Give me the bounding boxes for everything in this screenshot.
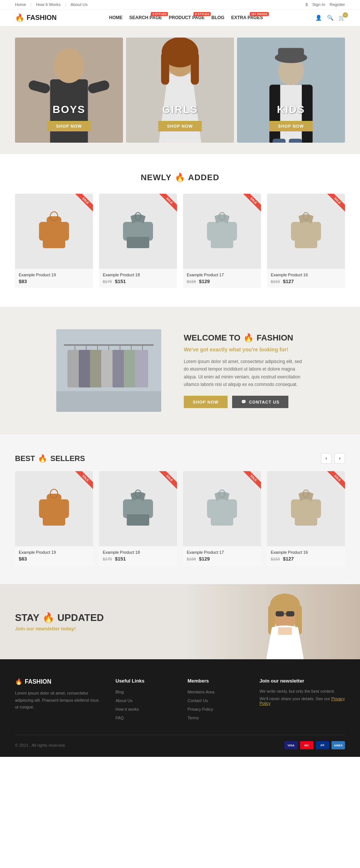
footer-newsletter-text: We write rarely, but only the best conte…	[260, 689, 345, 693]
welcome-contact-btn[interactable]: 💬 CONTACT US	[232, 396, 288, 408]
svg-rect-20	[273, 139, 286, 143]
visa-icon: VISA	[284, 741, 298, 749]
svg-rect-56	[56, 391, 161, 412]
footer-link-blog[interactable]: Blog	[116, 689, 172, 695]
stay-person	[248, 584, 322, 659]
sale-ribbon-18: SALE	[159, 194, 177, 212]
footer-newsletter-heading: Join our newsletter	[260, 678, 345, 684]
bs-product-card-18[interactable]: SALE Example Product 18 $179 $151	[99, 471, 177, 565]
sign-in-link[interactable]: Sign In	[312, 2, 325, 7]
bs-price-old-16: $163	[271, 557, 280, 561]
topbar-home[interactable]: Home	[15, 2, 26, 7]
bs-price-old-17: $168	[187, 557, 196, 561]
footer-members-list: Members Area Contact Us Privacy Policy T…	[188, 689, 244, 720]
user-icon[interactable]: 👤	[315, 15, 322, 21]
footer-link-about[interactable]: About Us	[116, 698, 172, 703]
paypal-icon: PP	[316, 741, 329, 749]
footer-useful-links-col: Useful Links Blog About Us How it works …	[116, 678, 172, 723]
logo-text: FASHION	[27, 14, 57, 22]
amex-icon: AMEX	[332, 741, 345, 749]
hero-girls-content: GIRLS SHOP NOW	[158, 104, 202, 131]
search-icon[interactable]: 🔍	[327, 15, 333, 21]
price-new-16: $127	[283, 279, 294, 284]
product-card-19[interactable]: SALE Example Product 19 $83	[15, 194, 93, 288]
price-new-18: $151	[115, 279, 126, 284]
footer-grid: 🔥 FASHION Lorem ipsum dolor sit amet, co…	[15, 678, 345, 723]
sale-ribbon-17: SALE	[243, 194, 261, 212]
extra-pages-badge: 10+ PAGES	[250, 12, 269, 16]
svg-rect-49	[68, 350, 81, 387]
product-img-17: SALE	[183, 194, 261, 269]
bs-product-img-16: SALE	[267, 471, 345, 546]
next-arrow[interactable]: ›	[334, 453, 345, 464]
topbar-about-us[interactable]: About Us	[70, 2, 87, 7]
footer-link-members-area[interactable]: Members Area	[188, 689, 244, 695]
hero-girls-btn[interactable]: SHOP NOW	[158, 121, 202, 131]
nav-home[interactable]: HOME	[109, 15, 123, 20]
svg-rect-21	[289, 139, 302, 143]
bs-product-card-19[interactable]: SALE Example Product 19 $83	[15, 471, 93, 565]
bs-price-old-18: $179	[103, 557, 112, 561]
footer-newsletter-col: Join our newsletter We write rarely, but…	[260, 678, 345, 723]
bs-product-price-17: $168 $129	[187, 556, 257, 562]
svg-rect-31	[127, 237, 149, 248]
svg-rect-66	[127, 514, 149, 526]
svg-rect-50	[79, 350, 92, 387]
bs-product-card-16[interactable]: SALE Example Product 16 $163 $127	[267, 471, 345, 565]
footer-link-faq[interactable]: FAQ	[116, 715, 172, 720]
nav-blog[interactable]: BLOG	[212, 15, 225, 20]
footer: 🔥 FASHION Lorem ipsum dolor sit amet, co…	[0, 659, 360, 757]
svg-point-2	[54, 48, 84, 83]
product-card-17[interactable]: SALE Example Product 17 $168 $129	[183, 194, 261, 288]
main-nav: HOME SEARCH PAGE 3 STYLES PRODUCT PAGE 8…	[109, 15, 263, 20]
hero-kids-content: KIDS SHOP NOW	[269, 104, 313, 131]
product-price-18: $179 $151	[103, 279, 173, 284]
product-name-19: Example Product 19	[19, 273, 89, 277]
svg-rect-19	[278, 48, 304, 59]
footer-useful-links-list: Blog About Us How it works FAQ	[116, 689, 172, 720]
prev-arrow[interactable]: ‹	[321, 453, 332, 464]
product-img-16: SALE	[267, 194, 345, 269]
logo[interactable]: 🔥 FASHION	[15, 13, 57, 22]
svg-rect-23	[39, 222, 46, 241]
footer-link-contact[interactable]: Contact Us	[188, 698, 244, 703]
welcome-image	[56, 329, 161, 412]
bs-product-img-18: SALE	[99, 471, 177, 546]
svg-rect-55	[135, 350, 148, 387]
payment-icons: VISA MC PP AMEX	[284, 741, 345, 749]
stay-content: STAY 🔥 UPDATED Join our newsletter today…	[15, 612, 104, 631]
svg-rect-52	[101, 350, 114, 387]
currency-selector[interactable]: $	[306, 2, 308, 7]
hero-girls-title: GIRLS	[158, 104, 202, 116]
copyright-text: © 2021 . All rights reserved.	[15, 743, 66, 747]
bs-sale-ribbon-18: SALE	[159, 471, 177, 489]
register-link[interactable]: Register	[330, 2, 345, 7]
footer-link-privacy[interactable]: Privacy Policy	[188, 706, 244, 712]
best-sellers-section: BEST 🔥 SELLERS ‹ › SALE Example Produc	[0, 434, 360, 584]
bs-product-img-19: SALE	[15, 471, 93, 546]
product-info-16: Example Product 16 $163 $127	[267, 269, 345, 288]
nav-product-page[interactable]: PRODUCT PAGE 8 STYLES	[169, 15, 205, 20]
topbar-how-it-works[interactable]: How It Works	[36, 2, 60, 7]
nav-search-page[interactable]: SEARCH PAGE 3 STYLES	[129, 15, 162, 20]
price-old-17: $168	[187, 279, 196, 284]
bs-product-info-16: Example Product 16 $163 $127	[267, 546, 345, 565]
footer-link-how[interactable]: How it works	[116, 706, 172, 712]
bs-product-card-17[interactable]: SALE Example Product 17 $168 $129	[183, 471, 261, 565]
bs-price-new-16: $127	[283, 556, 294, 562]
nav-extra-pages[interactable]: EXTRA PAGES 10+ PAGES	[231, 15, 263, 20]
footer-link-terms[interactable]: Terms	[188, 715, 244, 720]
svg-rect-34	[230, 222, 237, 241]
cart-icon[interactable]: 🛒 0	[339, 15, 345, 21]
product-card-18[interactable]: SALE Example Product 18 $179 $151	[99, 194, 177, 288]
product-card-16[interactable]: SALE Example Product 16 $163 $127	[267, 194, 345, 288]
hero-boys-title: BOYS	[47, 104, 91, 116]
product-info-19: Example Product 19 $83	[15, 269, 93, 288]
hero-boys-btn[interactable]: SHOP NOW	[47, 121, 91, 131]
best-sellers-title: BEST 🔥 SELLERS	[15, 454, 85, 463]
svg-rect-69	[230, 499, 237, 518]
newly-added-section: NEWLY 🔥 ADDED SALE Example Product 19	[0, 154, 360, 307]
price-old-16: $163	[271, 279, 280, 284]
hero-kids-btn[interactable]: SHOP NOW	[269, 121, 313, 131]
welcome-shop-now-btn[interactable]: SHOP NOW	[184, 396, 228, 408]
